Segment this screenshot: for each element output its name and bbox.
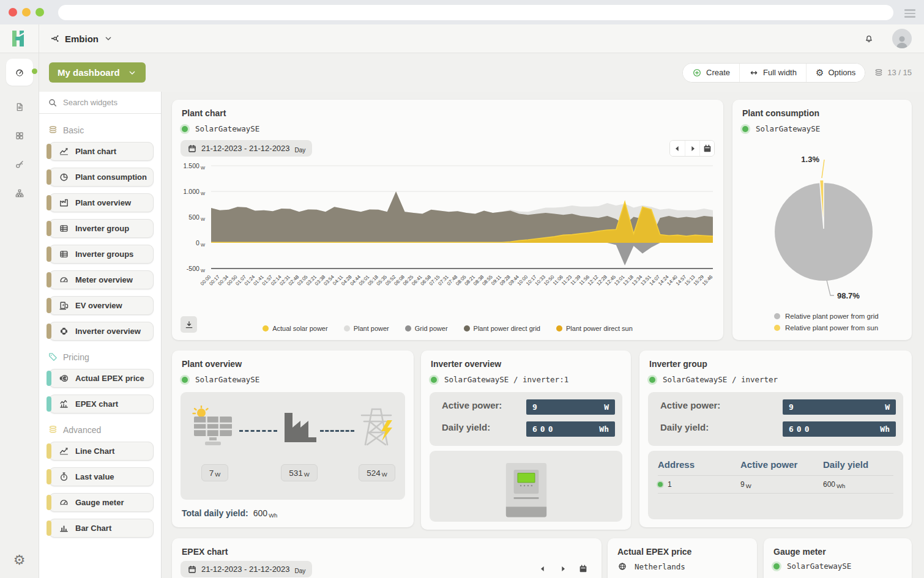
search-icon [48, 98, 58, 108]
minimize-window-button[interactable] [22, 8, 31, 17]
legend-item[interactable]: Actual solar power [263, 325, 328, 332]
solar-panel-icon [190, 406, 237, 448]
grid-icon [15, 131, 24, 141]
period-label: Day [295, 568, 306, 574]
calendar-today-icon [702, 144, 712, 154]
stopwatch-icon [59, 472, 69, 482]
item-label: Bar Chart [75, 524, 111, 533]
widget-search-input[interactable]: Search widgets [39, 92, 161, 114]
url-bar[interactable] [58, 5, 893, 20]
sitemap-icon [15, 188, 24, 198]
device-name: SolarGatewaySE [787, 561, 851, 571]
row-status-dot [658, 482, 663, 487]
browser-menu-icon[interactable] [904, 9, 915, 20]
rail-item-dashboard[interactable] [6, 59, 33, 86]
inverter-table-panel: Address Active power Daily yield 1 [648, 451, 903, 519]
calendar-icon [187, 144, 197, 154]
item-label: Inverter group [75, 224, 129, 233]
widget-plant-overview: Plant overview SolarGatewaySE [172, 350, 414, 527]
sidebar-item-inverter-overview[interactable]: Inverter overview [49, 322, 154, 341]
sidebar-item-line-chart[interactable]: Line Chart [49, 442, 154, 461]
legend-item[interactable]: Plant power [344, 325, 389, 332]
sidebar-item-plant-chart[interactable]: Plant chart [49, 142, 154, 161]
flow-dash-line [239, 430, 277, 432]
caret-left-icon[interactable] [538, 564, 548, 574]
widget-counter: 13 / 15 [874, 68, 912, 78]
dashboard-selector-button[interactable]: My dashboard [49, 62, 146, 83]
date-range-picker[interactable]: 21-12-2023 - 21-12-2023 Day [181, 140, 312, 157]
rail-item-widgets[interactable] [12, 128, 27, 143]
grid-power-value: 524W [359, 464, 395, 481]
pie-legend: Relative plant power from gridRelative p… [732, 313, 912, 332]
full-width-button[interactable]: Full width [739, 64, 806, 82]
sidebar-item-inverter-group[interactable]: Inverter group [49, 219, 154, 238]
device-name: SolarGatewaySE [195, 375, 259, 384]
sidebar-item-gauge-meter[interactable]: Gauge meter [49, 493, 154, 512]
app-logo[interactable] [0, 24, 39, 53]
table-row[interactable]: 1 9W 600Wh [658, 476, 893, 493]
globe-icon [617, 561, 627, 571]
status-dot [742, 126, 748, 132]
prev-period-button[interactable] [670, 141, 685, 156]
download-chart-button[interactable] [181, 316, 197, 333]
sidebar-item-epex-chart[interactable]: EPEX chart [49, 395, 154, 413]
sidebar-item-actual-epex-price[interactable]: Actual EPEX price [49, 369, 154, 388]
rail-item-topology[interactable] [12, 186, 27, 201]
toolbar-button-group: Create Full width ⚙ Options [682, 63, 865, 83]
layers-icon [48, 424, 58, 435]
org-switcher[interactable]: Embion [50, 34, 113, 44]
item-accent [47, 246, 51, 262]
settings-gear-icon[interactable]: ⚙ [0, 552, 39, 568]
active-power-label: Active power: [442, 400, 502, 410]
options-button[interactable]: ⚙ Options [806, 64, 865, 82]
layers-icon [48, 125, 58, 135]
total-daily-yield-value: 600Wh [253, 508, 278, 518]
item-label: Actual EPEX price [75, 374, 144, 383]
item-accent [47, 495, 51, 510]
row-active-power: 9W [740, 480, 823, 489]
close-window-button[interactable] [9, 8, 17, 17]
inverter-device-image [505, 463, 546, 517]
today-button[interactable] [699, 141, 714, 156]
create-button[interactable]: Create [683, 64, 739, 82]
table-header-active-power: Active power [740, 459, 823, 470]
caret-right-icon[interactable] [558, 564, 568, 574]
next-period-button[interactable] [685, 141, 699, 156]
widget-inverter-group: Inverter group SolarGatewaySE / inverter… [639, 350, 912, 527]
pie-legend-item[interactable]: Relative plant power from sun [774, 324, 878, 332]
sidebar-item-inverter-groups[interactable]: Inverter groups [49, 245, 154, 264]
full-width-label: Full width [763, 68, 797, 77]
item-label: Plant consumption [75, 172, 147, 182]
status-dot [431, 377, 437, 383]
pie-legend-item[interactable]: Relative plant power from grid [774, 313, 879, 320]
sidebar-item-ev-overview[interactable]: EV overview [49, 296, 154, 315]
calendar-today-icon[interactable] [578, 564, 588, 574]
device-name: SolarGatewaySE [756, 124, 820, 133]
sidebar-item-plant-consumption[interactable]: Plant consumption [49, 168, 154, 187]
item-accent [47, 221, 51, 236]
widget-actual-epex-price: Actual EPEX price Netherlands [608, 538, 757, 578]
factory-icon [282, 410, 318, 443]
device-name: SolarGatewaySE / inverter:1 [444, 375, 568, 384]
sidebar-item-plant-overview[interactable]: Plant overview [49, 193, 154, 212]
widget-title: Actual EPEX price [617, 547, 691, 557]
rail-item-reports[interactable] [12, 100, 27, 114]
maximize-window-button[interactable] [35, 8, 44, 17]
sidebar-item-meter-overview[interactable]: Meter overview [49, 270, 154, 289]
legend-item[interactable]: Grid power [405, 325, 448, 332]
sidebar-item-bar-chart[interactable]: Bar Chart [49, 519, 154, 538]
notifications-bell-icon[interactable] [864, 34, 874, 43]
tag-icon [48, 352, 58, 362]
section-label-advanced: Advanced [48, 424, 161, 435]
item-label: Inverter overview [75, 327, 141, 336]
left-icon-rail: ⚙ [0, 53, 39, 578]
widget-plant-chart: Plant chart SolarGatewaySE 21-12-2023 - … [172, 100, 723, 340]
arrows-horizontal-icon [749, 68, 759, 78]
legend-item[interactable]: Plant power direct sun [556, 325, 633, 332]
legend-item[interactable]: Plant power direct grid [464, 325, 540, 332]
date-range-picker[interactable]: 21-12-2023 - 21-12-2023 Day [181, 561, 312, 577]
user-avatar[interactable] [892, 29, 912, 48]
rail-item-access[interactable] [12, 157, 27, 172]
sidebar-item-last-value[interactable]: Last value [49, 467, 154, 486]
gauge-icon [59, 497, 69, 508]
